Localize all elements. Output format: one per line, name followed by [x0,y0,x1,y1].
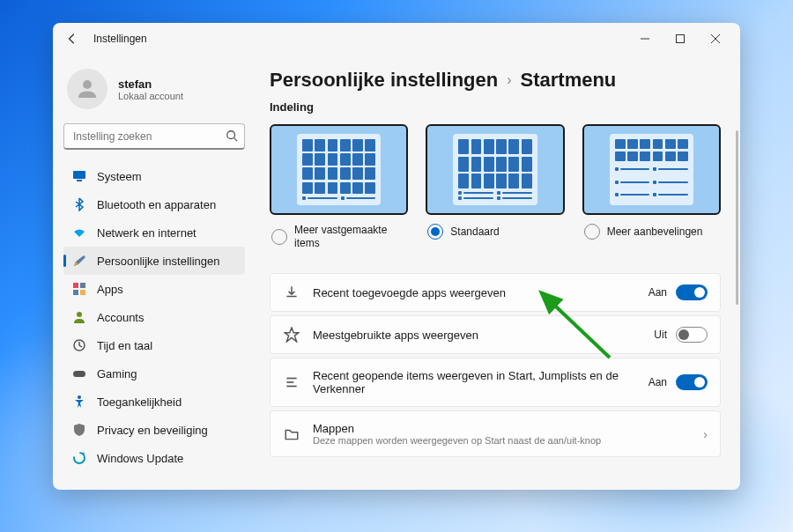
layout-options: Meer vastgemaakte items Standaard [270,124,721,250]
maximize-button[interactable] [663,26,698,51]
radio-default[interactable]: Standaard [426,224,564,240]
person-icon [72,310,86,324]
layout-preview[interactable] [270,124,408,215]
svg-rect-8 [77,180,82,181]
sidebar-item-time[interactable]: Tijd en taal [63,331,245,359]
layout-preview[interactable] [426,124,564,215]
arrow-left-icon [66,33,78,45]
back-button[interactable] [60,26,85,51]
sidebar-item-gaming[interactable]: Gaming [63,359,245,388]
svg-rect-11 [73,290,78,295]
toggle-switch[interactable] [676,327,708,343]
setting-label: Mappen [313,422,691,435]
toggle-state: Aan [648,376,667,388]
apps-icon [72,282,86,296]
window-title: Instellingen [93,33,147,45]
svg-rect-1 [677,35,685,43]
layout-option-more-pinned[interactable]: Meer vastgemaakte items [270,124,408,250]
folder-icon [283,426,300,442]
profile-name: stefan [118,78,183,91]
sidebar-item-network[interactable]: Netwerk en internet [63,218,245,247]
svg-line-6 [234,138,238,142]
svg-rect-10 [80,283,85,288]
radio-label: Meer aanbevelingen [607,225,703,239]
star-icon [283,327,300,343]
svg-point-13 [77,312,82,317]
avatar [67,69,107,109]
sidebar-item-label: Systeem [97,170,142,183]
setting-label: Recent toegevoegde apps weergeven [313,286,636,299]
radio-icon [584,224,600,240]
sidebar-item-update[interactable]: Windows Update [63,444,245,472]
sidebar-item-label: Toegankelijkheid [97,395,182,409]
radio-label: Standaard [450,225,499,239]
update-icon [72,451,86,465]
sidebar-item-label: Gaming [97,367,137,381]
close-button[interactable] [698,26,733,51]
settings-window: Instellingen stefan Lokaal account S [53,23,740,490]
setting-folders[interactable]: MappenDeze mappen worden weergegeven op … [270,410,721,457]
sidebar-item-label: Windows Update [97,452,183,465]
sidebar-item-label: Apps [97,283,123,296]
setting-recent-apps[interactable]: Recent toegevoegde apps weergevenAan [270,273,721,312]
search-icon [226,129,238,145]
toggle-switch[interactable] [676,374,708,390]
breadcrumb: Persoonlijke instellingen › Startmenu [270,69,721,92]
sidebar-item-personalization[interactable]: Persoonlijke instellingen [63,247,245,275]
sidebar-item-accessibility[interactable]: Toegankelijkheid [63,388,245,416]
download-icon [283,284,300,300]
sidebar-item-system[interactable]: Systeem [63,162,245,190]
sidebar-item-accounts[interactable]: Accounts [63,303,245,331]
sidebar-item-label: Netwerk en internet [97,226,196,240]
svg-rect-9 [73,283,78,288]
clock-icon [72,338,86,352]
svg-rect-15 [73,371,85,377]
svg-rect-12 [80,290,85,295]
sidebar-item-label: Accounts [97,311,144,324]
radio-icon [427,224,443,240]
person-icon [74,76,100,102]
setting-sub: Deze mappen worden weergegeven op Start … [313,435,691,446]
sidebar-item-apps[interactable]: Apps [63,275,245,303]
sidebar-item-privacy[interactable]: Privacy en beveiliging [63,416,245,444]
svg-point-17 [74,453,85,463]
setting-label: Recent geopende items weergeven in Start… [313,369,636,395]
toggle-state: Aan [648,286,667,299]
setting-most-used[interactable]: Meestgebruikte apps weergevenUit [270,315,721,354]
settings-list: Recent toegevoegde apps weergevenAanMees… [270,273,721,457]
radio-more-pinned[interactable]: Meer vastgemaakte items [270,224,408,250]
brush-icon [72,254,86,268]
breadcrumb-current: Startmenu [521,69,617,92]
profile-block[interactable]: stefan Lokaal account [63,62,245,122]
sidebar-item-label: Privacy en beveiliging [97,424,208,437]
scrollbar[interactable] [736,130,738,479]
svg-point-4 [83,80,92,89]
sidebar-item-bluetooth[interactable]: Bluetooth en apparaten [63,190,245,218]
radio-more-rec[interactable]: Meer aanbevelingen [582,224,721,240]
layout-option-more-rec[interactable]: Meer aanbevelingen [582,124,721,250]
bluetooth-icon [72,197,86,211]
setting-label: Meestgebruikte apps weergeven [313,329,641,342]
sidebar-item-label: Persoonlijke instellingen [97,255,219,268]
svg-point-16 [78,395,81,399]
setting-recent-items[interactable]: Recent geopende items weergeven in Start… [270,358,721,407]
accessibility-icon [72,395,86,409]
svg-rect-7 [73,171,85,179]
radio-icon [271,229,287,245]
layout-option-default[interactable]: Standaard [426,124,564,250]
main-content: Persoonlijke instellingen › Startmenu In… [256,55,740,490]
toggle-switch[interactable] [676,284,708,300]
svg-point-5 [227,131,235,139]
search-input[interactable] [63,123,245,150]
minimize-button[interactable] [627,26,663,51]
layout-preview[interactable] [582,124,721,215]
sidebar: stefan Lokaal account SysteemBluetooth e… [53,55,256,490]
breadcrumb-parent[interactable]: Persoonlijke instellingen [270,69,498,92]
chevron-right-icon: › [507,72,511,88]
sidebar-item-label: Bluetooth en apparaten [97,198,216,211]
wifi-icon [72,225,86,240]
shield-icon [72,423,86,437]
radio-label: Meer vastgemaakte items [294,224,408,250]
monitor-icon [72,169,86,183]
chevron-right-icon: › [703,427,708,441]
